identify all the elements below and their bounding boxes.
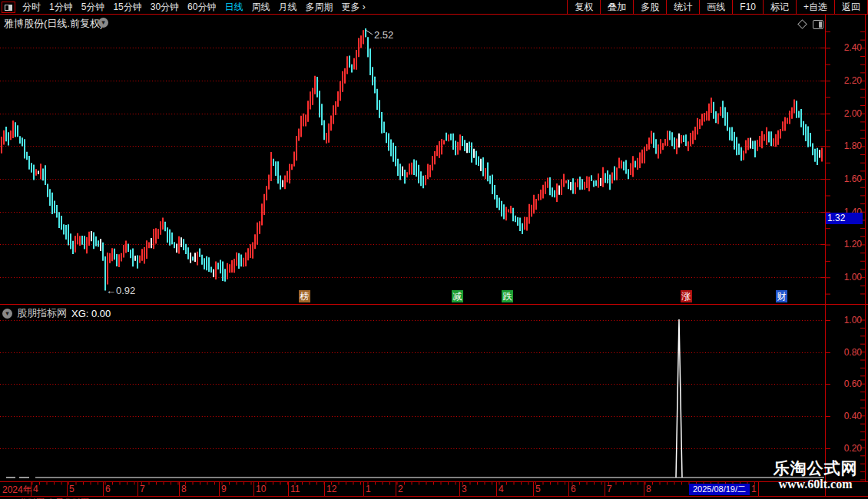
main-y-label-3: 1.80 [828,140,862,151]
month-label-2: 6 [105,484,111,494]
split-view-icon [5,5,12,11]
watermark-site-name: 乐淘公式网 [763,458,868,478]
badge-2[interactable]: 跌 [502,290,513,302]
month-label-5: 9 [221,484,227,494]
top-menu-bar: 分时1分钟5分钟15分钟30分钟60分钟日线周线月线多周期更多 › 复权叠加多股… [0,0,868,15]
tools-menu: 复权叠加多股统计画线F10标记+自选返回 [567,0,868,14]
main-y-label-4: 1.60 [828,173,862,184]
window-panel-icon[interactable] [2,2,15,13]
badge-4[interactable]: 财 [776,290,787,302]
low-annotation: ←0.92 [106,285,135,296]
indicator-spike [676,319,682,478]
month-label-12: 4 [499,484,504,494]
month-label-3: 7 [140,484,145,494]
main-y-label-2: 2.00 [828,108,862,119]
sub-y-label-1: 0.80 [828,347,862,358]
tool-button-5[interactable]: F10 [732,0,763,14]
layout-icon[interactable] [813,20,823,29]
month-label-11: 3 [462,484,467,494]
indicator-dropdown-icon[interactable]: ▾ [2,309,12,319]
month-label-13: 5 [535,484,541,494]
tool-button-8[interactable]: 返回 [834,0,868,14]
period-tab-8[interactable]: 月线 [278,1,297,14]
period-tab-9[interactable]: 多周期 [305,1,333,14]
month-label-1: 5 [69,484,75,494]
year-label: 2024年 [2,484,32,497]
month-label-16: 8 [646,484,651,494]
date-tag: 2025/08/19/二 [689,484,750,495]
indicator-name[interactable]: 股朋指标网 [17,306,67,320]
sub-y-label-2: 0.60 [828,378,862,389]
trading-app-window: 分时1分钟5分钟15分钟30分钟60分钟日线周线月线多周期更多 › 复权叠加多股… [0,0,868,499]
tool-button-7[interactable]: +自选 [796,0,834,14]
watermark: 乐淘公式网 www.60lt.com [763,458,868,491]
month-label-4: 8 [181,484,187,494]
tool-button-6[interactable]: 标记 [763,0,796,14]
period-tab-7[interactable]: 周线 [251,1,270,14]
month-label-9: 1 [366,484,371,494]
watermark-url: www.60lt.com [763,478,868,491]
stock-title: 雅博股份(日线.前复权) [4,17,103,31]
indicator-header: ▾ 股朋指标网 XG: 0.00 [2,306,111,320]
month-label-14: 6 [571,484,576,494]
sub-y-label-3: 0.40 [828,411,862,421]
tool-button-4[interactable]: 画线 [699,0,732,14]
indicator-value: XG: 0.00 [71,308,111,319]
month-label-7: 11 [290,484,300,494]
tool-button-1[interactable]: 叠加 [600,0,633,14]
period-tab-6[interactable]: 日线 [224,1,243,14]
tool-button-3[interactable]: 统计 [666,0,699,14]
next-month-label: 1 [751,484,757,494]
main-y-label-0: 2.40 [828,42,862,53]
period-tab-0[interactable]: 分时 [22,1,41,14]
period-tab-2[interactable]: 5分钟 [81,1,105,14]
chart-canvas[interactable] [0,0,868,499]
sub-y-label-0: 1.00 [828,315,862,326]
main-y-label-6: 1.20 [828,239,862,250]
annotation-pointer [366,30,373,35]
sub-y-label-4: 0.20 [828,443,862,454]
month-label-15: 7 [607,484,612,494]
period-menu: 分时1分钟5分钟15分钟30分钟60分钟日线周线月线多周期更多 › [22,0,366,14]
period-tab-5[interactable]: 60分钟 [187,1,216,14]
month-label-0: 4 [33,484,38,494]
month-label-10: 2 [398,484,403,494]
badge-0[interactable]: 榜 [299,290,310,302]
tool-button-2[interactable]: 多股 [633,0,666,14]
main-y-label-7: 1.00 [828,272,862,283]
high-annotation: 2.52 [374,29,393,41]
tool-button-0[interactable]: 复权 [567,0,600,14]
month-label-8: 12 [326,484,336,494]
period-tab-10[interactable]: 更多 › [341,1,365,14]
month-label-6: 10 [256,484,266,494]
badge-3[interactable]: 涨 [681,290,692,302]
period-tab-3[interactable]: 15分钟 [113,1,141,14]
last-price-tag: 1.32 [826,213,863,224]
title-dropdown-icon[interactable]: ▾ [98,18,108,28]
badge-1[interactable]: 减 [452,290,463,302]
period-tab-1[interactable]: 1分钟 [49,1,73,14]
main-y-label-1: 2.20 [828,75,862,86]
period-tab-4[interactable]: 30分钟 [151,1,179,14]
